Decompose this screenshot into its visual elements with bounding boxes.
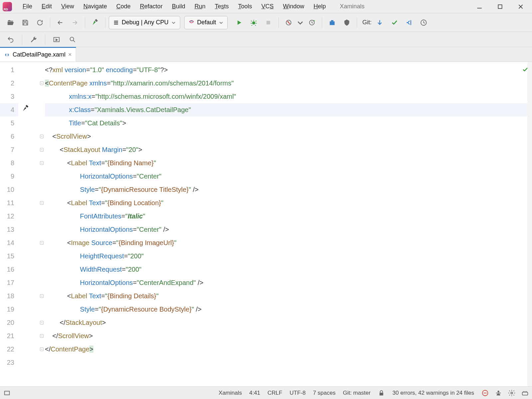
status-cursor[interactable]: 4:41 <box>249 390 260 396</box>
error-icon[interactable] <box>481 389 489 397</box>
svg-rect-21 <box>496 393 501 393</box>
svg-rect-19 <box>483 393 486 393</box>
inspector-icon[interactable] <box>495 389 502 397</box>
run-context-icon[interactable] <box>50 33 63 46</box>
status-line-ending[interactable]: CRLF <box>268 390 282 396</box>
menu-help[interactable]: Help <box>309 2 331 11</box>
tool-window-icon[interactable] <box>3 389 11 397</box>
svg-rect-11 <box>331 20 333 21</box>
status-branch[interactable]: Git: master <box>343 390 370 396</box>
svg-point-20 <box>497 390 499 392</box>
profiler-icon[interactable] <box>282 16 295 29</box>
status-indent[interactable]: 7 spaces <box>313 390 335 396</box>
svg-point-14 <box>70 37 74 41</box>
svg-rect-23 <box>522 392 528 395</box>
scrollbar[interactable] <box>527 62 532 386</box>
chevron-down-icon <box>171 20 176 25</box>
icon-margin <box>18 62 38 386</box>
svg-point-22 <box>511 392 513 394</box>
status-project[interactable]: Xaminals <box>219 390 242 396</box>
tab-filename: CatDetailPage.xaml <box>13 51 66 58</box>
svg-rect-6 <box>266 21 270 24</box>
svg-rect-1 <box>498 5 502 8</box>
status-encoding[interactable]: UTF-8 <box>290 390 306 396</box>
attach-icon[interactable] <box>305 16 319 29</box>
tab-strip: CatDetailPage.xaml × <box>0 47 532 62</box>
code-editor[interactable]: 1234567891011121314151617181920212223 <?… <box>0 62 532 386</box>
menu-vcs[interactable]: VCS <box>257 2 278 11</box>
editor-tab[interactable]: CatDetailPage.xaml × <box>0 47 76 62</box>
chevron-down-icon <box>219 20 223 25</box>
processes-icon[interactable] <box>508 389 515 397</box>
save-icon[interactable] <box>19 16 32 29</box>
menu-code[interactable]: Code <box>112 2 135 11</box>
memory-icon[interactable] <box>521 389 529 397</box>
status-bar: Xaminals 4:41 CRLF UTF-8 7 spaces Git: m… <box>0 386 532 399</box>
svg-line-8 <box>287 21 290 24</box>
menu-navigate[interactable]: Navigate <box>79 2 112 11</box>
stop-icon[interactable] <box>262 16 275 29</box>
undo-icon[interactable] <box>4 33 17 46</box>
menu-edit[interactable]: Edit <box>37 2 57 11</box>
close-button[interactable] <box>517 3 525 11</box>
svg-rect-16 <box>5 391 10 395</box>
menu-refactor[interactable]: Refactor <box>135 2 167 11</box>
git-push-icon[interactable] <box>402 16 416 29</box>
svg-rect-17 <box>380 393 383 395</box>
menu-window[interactable]: Window <box>278 2 309 11</box>
target-dropdown[interactable]: Default <box>184 16 228 29</box>
target-label: Default <box>197 19 216 26</box>
hammer-icon <box>22 104 30 112</box>
line-gutter: 1234567891011121314151617181920212223 <box>0 62 18 386</box>
status-analysis[interactable]: 30 errors, 42 warnings in 24 files <box>392 390 474 396</box>
close-tab-icon[interactable]: × <box>68 51 72 58</box>
main-toolbar: Debug | Any CPU Default Git: <box>0 13 532 32</box>
refresh-icon[interactable] <box>33 16 47 29</box>
title-bar: File Edit View Navigate Code Refactor Bu… <box>0 0 532 13</box>
git-history-icon[interactable] <box>417 16 430 29</box>
run-icon[interactable] <box>232 16 246 29</box>
app-icon <box>3 2 12 11</box>
run-config-label: Debug | Any CPU <box>122 19 169 26</box>
xaml-file-icon <box>4 52 10 58</box>
sub-toolbar <box>0 32 532 47</box>
debug-icon[interactable] <box>247 16 260 29</box>
git-label: Git: <box>362 19 372 26</box>
menu-build[interactable]: Build <box>167 2 190 11</box>
forward-icon[interactable] <box>68 16 81 29</box>
svg-rect-10 <box>330 21 334 25</box>
open-icon[interactable] <box>4 16 17 29</box>
menu-tests[interactable]: Tests <box>210 2 233 11</box>
build-icon[interactable] <box>88 16 102 29</box>
code-content[interactable]: <?xml version="1.0" encoding="UTF-8"?><C… <box>45 62 532 386</box>
run-config-dropdown[interactable]: Debug | Any CPU <box>109 16 180 29</box>
back-icon[interactable] <box>54 16 67 29</box>
fold-column[interactable] <box>38 62 45 386</box>
svg-rect-4 <box>95 19 98 22</box>
menu-run[interactable]: Run <box>190 2 210 11</box>
menu-tools[interactable]: Tools <box>233 2 257 11</box>
minimize-button[interactable] <box>475 3 483 11</box>
svg-rect-15 <box>26 105 29 108</box>
settings-icon[interactable] <box>340 16 353 29</box>
solution-name: Xaminals <box>340 3 364 10</box>
nuget-icon[interactable] <box>326 16 339 29</box>
menu-view[interactable]: View <box>57 2 79 11</box>
svg-point-5 <box>252 21 255 24</box>
search-icon[interactable] <box>66 33 79 46</box>
git-pull-icon[interactable] <box>373 16 386 29</box>
maximize-button[interactable] <box>496 3 504 11</box>
git-commit-icon[interactable] <box>388 16 401 29</box>
wrench-icon[interactable] <box>27 33 40 46</box>
lock-icon[interactable] <box>378 389 385 397</box>
chevron-down-icon[interactable] <box>297 16 304 29</box>
menu-file[interactable]: File <box>18 2 37 11</box>
